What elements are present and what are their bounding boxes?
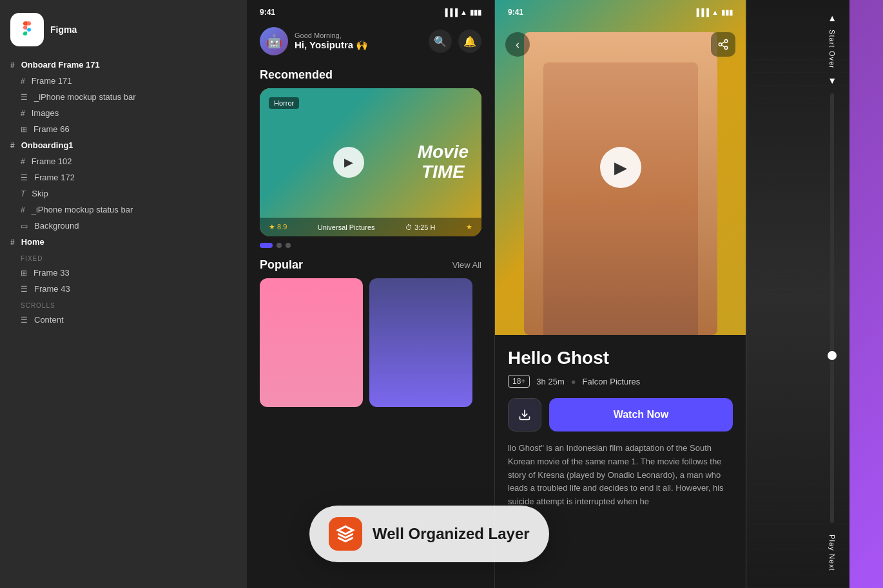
svg-line-3 [721,45,724,47]
movie-duration: 3h 25m [536,377,564,386]
sidebar-item-label: Frame 102 [32,156,72,166]
status-bar-1: 9:41 ▐▐▐ ▲ ▮▮▮ [247,0,494,22]
scroll-up-icon: ▲ [828,13,837,23]
phone3-partial: ▲ Start Over ▼ Play Next [746,0,849,588]
hash-icon: # [21,109,25,118]
signal-icon: ▐▐▐ [443,8,458,16]
rect-icon: ▭ [21,222,28,231]
dot-1 [277,243,282,248]
sidebar-item-iphone-status-2[interactable]: # _iPhone mockup status bar [0,202,247,218]
hash-icon: # [10,61,15,70]
bars-icon: ⊞ [21,269,27,278]
sidebar-item-frame-172[interactable]: ☰ Frame 172 [0,169,247,185]
recommended-card[interactable]: Horror ▶ MovieTIME ★ 8.9 Universal Pictu… [260,88,481,236]
screens-area: 9:41 ▐▐▐ ▲ ▮▮▮ 🤖 Good Morning, Hi, Yosip… [247,0,883,588]
age-rating-badge: 18+ [508,375,530,388]
svg-point-2 [724,46,728,50]
scroll-thumb [828,351,837,360]
figma-logo [10,13,44,46]
play-button[interactable]: ▶ [333,147,364,178]
popular-header: Popular View All [247,254,494,278]
sidebar-item-frame-43[interactable]: ☰ Frame 43 [0,281,247,297]
sidebar-item-label: _iPhone mockup status bar [32,205,133,214]
card-genre-badge: Horror [269,97,299,109]
dot-active [260,243,273,248]
sidebar: Figma # Onboard Frame 171 # Frame 171 ☰ … [0,0,247,588]
movie-studio: Falcon Pictures [583,377,641,386]
wifi-icon-2: ▲ [712,8,719,16]
signal-icon-2: ▐▐▐ [694,8,709,16]
card-duration: ⏱ 3:25 H [405,223,435,231]
layers-icon [329,517,362,551]
user-icons: 🔍 🔔 [429,30,481,53]
well-organized-tooltip: Well Organized Layer [309,506,549,562]
greeting-text: Good Morning, Hi, Yosiputra 🙌 [295,32,368,51]
sidebar-item-frame-66[interactable]: ⊞ Frame 66 [0,121,247,137]
lines-icon: ☰ [21,285,28,294]
hash-icon: # [21,205,25,214]
sidebar-item-iphone-status-1[interactable]: ☰ _iPhone mockup status bar [0,89,247,105]
play-next-label: Play Next [828,535,836,571]
user-row: 🤖 Good Morning, Hi, Yosiputra 🙌 🔍 🔔 [247,22,494,61]
share-button[interactable] [711,32,735,57]
battery-icon: ▮▮▮ [470,8,481,17]
search-button[interactable]: 🔍 [429,30,452,53]
movie-info: Hello Ghost 18+ 3h 25m ● Falcon Pictures… [495,335,746,432]
svg-point-0 [724,40,728,43]
sidebar-item-onboard-frame[interactable]: # Onboard Frame 171 [0,57,247,73]
sidebar-item-label: Frame 172 [34,173,75,182]
back-button[interactable]: ‹ [505,32,530,57]
phone1-home-screen: 9:41 ▐▐▐ ▲ ▮▮▮ 🤖 Good Morning, Hi, Yosip… [247,0,495,588]
sidebar-item-label: Frame 43 [34,284,70,294]
text-icon: T [21,189,25,198]
sidebar-item-frame-171[interactable]: # Frame 171 [0,73,247,89]
popular-card-2[interactable] [369,278,472,407]
card-favorite-icon: ★ [466,223,472,231]
sidebar-item-background[interactable]: ▭ Background [0,218,247,234]
sidebar-item-home[interactable]: # Home [0,234,247,250]
tooltip-text: Well Organized Layer [373,525,530,543]
scroll-down-icon: ▼ [828,75,837,86]
hash-icon: # [10,238,15,247]
sidebar-app-title: Figma [50,24,77,35]
hero-play-button[interactable]: ▶ [600,147,641,188]
hash-icon: # [21,77,25,86]
movie-hero: 9:41 ▐▐▐ ▲ ▮▮▮ ‹ ▶ [495,0,746,335]
section-scrolls-label: SCROLLS [0,297,247,312]
lines-icon: ☰ [21,173,28,182]
svg-marker-6 [338,526,353,534]
lines-icon: ☰ [21,93,28,102]
watch-now-button[interactable]: Watch Now [549,398,733,432]
greeting-large: Hi, Yosiputra 🙌 [295,39,368,51]
sidebar-item-content[interactable]: ☰ Content [0,312,247,328]
sidebar-item-frame-102[interactable]: # Frame 102 [0,153,247,169]
popular-title: Popular [260,258,303,272]
lines-icon: ☰ [21,316,28,325]
movie-time-text: MovieTIME [418,142,469,182]
status-icons-2: ▐▐▐ ▲ ▮▮▮ [694,8,733,17]
battery-icon-2: ▮▮▮ [721,8,733,17]
status-time-2: 9:41 [508,8,523,17]
movie-description: llo Ghost" is an Indonesian film adaptat… [495,442,746,509]
sidebar-item-onboarding1[interactable]: # Onboarding1 [0,137,247,153]
download-button[interactable] [508,398,541,432]
scroll-track[interactable] [830,93,834,523]
sidebar-item-label: Home [21,237,44,247]
svg-line-4 [721,42,724,44]
popular-card-1[interactable] [260,278,363,407]
bars-icon: ⊞ [21,125,27,134]
sidebar-item-skip[interactable]: T Skip [0,185,247,202]
sidebar-item-images[interactable]: # Images [0,105,247,121]
card-footer: ★ 8.9 Universal Pictures ⏱ 3:25 H ★ [260,218,481,236]
dot-2 [286,243,291,248]
popular-grid [247,278,494,407]
sidebar-item-label: Frame 66 [34,124,70,134]
sidebar-item-frame-33[interactable]: ⊞ Frame 33 [0,265,247,281]
notification-button[interactable]: 🔔 [458,30,481,53]
status-bar-2: 9:41 ▐▐▐ ▲ ▮▮▮ [495,0,746,22]
sidebar-header: Figma [0,6,247,57]
sidebar-item-label: Onboard Frame 171 [21,60,100,70]
card-rating: ★ 8.9 [269,223,287,231]
movie-actions: Watch Now [508,398,733,432]
view-all-link[interactable]: View All [452,260,481,270]
